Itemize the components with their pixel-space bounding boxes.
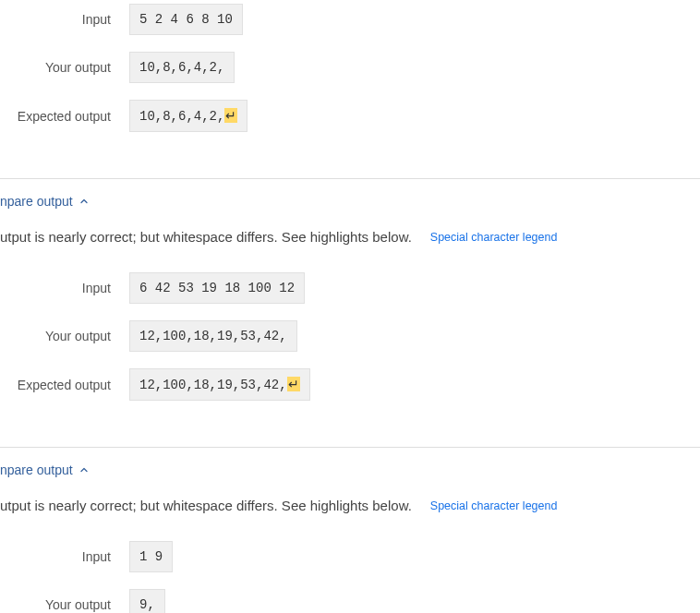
compare-output-toggle[interactable]: npare output — [0, 463, 700, 477]
input-label: Input — [0, 281, 129, 295]
message-line: utput is nearly correct; but whitespace … — [0, 229, 700, 245]
highlight-return-char: ↵ — [287, 377, 300, 391]
compare-output-label: npare output — [0, 463, 73, 477]
expected-output-row: Expected output 12,100,18,19,53,42,↵ — [0, 368, 700, 401]
your-output-row: Your output 10,8,6,4,2, — [0, 52, 700, 83]
test-case-1: Input 6 42 53 19 18 100 12 Your output 1… — [0, 269, 700, 428]
input-label: Input — [0, 549, 129, 564]
input-value: 1 9 — [129, 541, 173, 572]
expected-output-row: Expected output 10,8,6,4,2,↵ — [0, 100, 700, 132]
expected-text: 12,100,18,19,53,42, — [139, 378, 287, 392]
compare-output-label: npare output — [0, 194, 73, 209]
expected-text: 10,8,6,4,2, — [139, 109, 224, 124]
expected-output-label: Expected output — [0, 378, 129, 392]
input-value: 5 2 4 6 8 10 — [129, 4, 243, 35]
separator — [0, 447, 700, 448]
expected-output-value: 10,8,6,4,2,↵ — [129, 100, 247, 132]
input-label: Input — [0, 12, 129, 27]
expected-output-value: 12,100,18,19,53,42,↵ — [129, 368, 310, 401]
your-output-row: Your output 9, — [0, 589, 700, 613]
whitespace-diff-message: utput is nearly correct; but whitespace … — [0, 498, 412, 513]
input-row: Input 5 2 4 6 8 10 — [0, 4, 700, 35]
input-value: 6 42 53 19 18 100 12 — [129, 272, 305, 304]
your-output-value: 12,100,18,19,53,42, — [129, 320, 297, 352]
your-output-value: 9, — [129, 589, 165, 613]
whitespace-diff-message: utput is nearly correct; but whitespace … — [0, 229, 412, 245]
special-char-legend-link[interactable]: Special character legend — [430, 231, 558, 244]
your-output-label: Your output — [0, 329, 129, 343]
chevron-up-icon — [78, 464, 90, 475]
test-case-0: Input 5 2 4 6 8 10 Your output 10,8,6,4,… — [0, 0, 700, 160]
expected-output-label: Expected output — [0, 109, 129, 124]
your-output-label: Your output — [0, 60, 129, 75]
chevron-up-icon — [78, 196, 90, 207]
highlight-return-char: ↵ — [224, 108, 237, 123]
your-output-value: 10,8,6,4,2, — [129, 52, 235, 83]
special-char-legend-link[interactable]: Special character legend — [430, 499, 558, 512]
test-case-2: Input 1 9 Your output 9, Expected output… — [0, 537, 700, 613]
your-output-label: Your output — [0, 597, 129, 612]
your-output-row: Your output 12,100,18,19,53,42, — [0, 320, 700, 352]
input-row: Input 6 42 53 19 18 100 12 — [0, 272, 700, 304]
input-row: Input 1 9 — [0, 541, 700, 572]
compare-output-toggle[interactable]: npare output — [0, 194, 700, 209]
message-line: utput is nearly correct; but whitespace … — [0, 498, 700, 513]
separator — [0, 178, 700, 179]
